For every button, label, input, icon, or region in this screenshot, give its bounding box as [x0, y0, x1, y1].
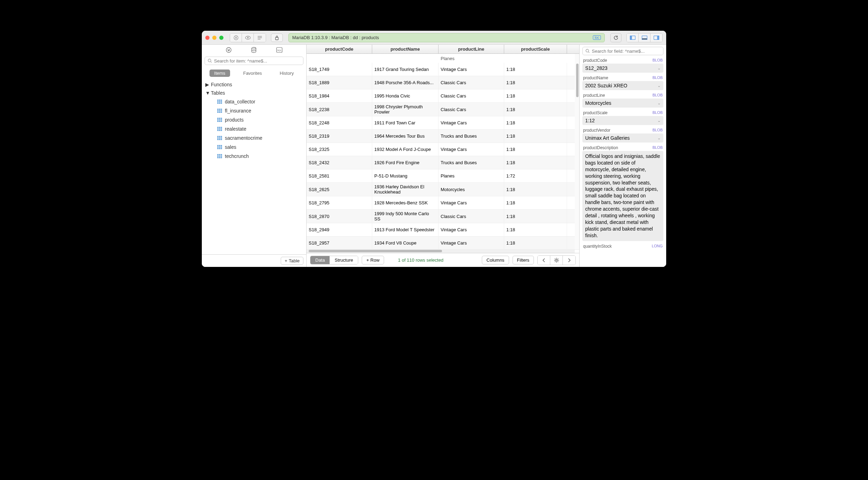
field-productname: productNameBLOB 2002 Suzuki XREO⌄ [582, 75, 663, 90]
table-row[interactable]: S18_24321926 Ford Fire EngineTrucks and … [307, 156, 579, 169]
breadcrumb-text: MariaDB 1:10.3.9 : MariaDB : dd : produc… [292, 35, 379, 40]
table-item-products[interactable]: products [214, 115, 306, 124]
close-window[interactable] [205, 36, 209, 40]
toggle-right-panel[interactable] [650, 34, 662, 42]
field-productdescription-value[interactable]: Official logos and insignias, saddle bag… [582, 151, 663, 241]
svg-point-65 [586, 49, 589, 52]
nav-prev[interactable] [538, 256, 550, 265]
h-scroll-thumb[interactable] [309, 250, 442, 252]
col-header-productcode[interactable]: productCode [307, 45, 372, 53]
table-row[interactable]: S18_26251936 Harley Davidson El Knuckleh… [307, 183, 579, 196]
table-icon [217, 118, 222, 122]
tree-functions[interactable]: ▶ Functions [202, 80, 306, 89]
field-productdescription: productDescriptionBLOB Official logos an… [582, 145, 663, 241]
inspector-search[interactable] [582, 47, 663, 55]
add-table-button[interactable]: + Table [281, 257, 303, 265]
field-productname-value[interactable]: 2002 Suzuki XREO⌄ [582, 81, 663, 90]
plus-icon: + [285, 258, 287, 263]
tab-favorites[interactable]: Favorites [238, 70, 266, 77]
tree-tables[interactable]: ▼ Tables [202, 89, 306, 97]
location-badge: loc [593, 35, 601, 40]
field-productline-value[interactable]: Motorcycles⌄ [582, 99, 663, 108]
sql-icon[interactable]: SQL [276, 47, 282, 53]
svg-point-15 [226, 48, 231, 52]
nav-next[interactable] [563, 256, 575, 265]
table-icon [217, 100, 222, 104]
inspector: productCodeBLOB S12_2823⌄ productNameBLO… [580, 45, 666, 267]
table-row[interactable]: S18_22381998 Chrysler Plymouth ProwlerCl… [307, 103, 579, 116]
field-productcode-value[interactable]: S12_2823⌄ [582, 64, 663, 73]
chevron-down-icon: ⌄ [657, 66, 661, 71]
svg-rect-36 [217, 127, 222, 131]
svg-line-20 [211, 61, 212, 63]
table-row[interactable]: S18_29571934 Ford V8 CoupeVintage Cars1:… [307, 237, 579, 250]
svg-line-63 [558, 259, 558, 259]
panel-toggles [626, 33, 663, 42]
toolbar-group-1 [230, 33, 266, 42]
table-row[interactable]: S18_17491917 Grand Touring SedanVintage … [307, 63, 579, 76]
preview-button[interactable] [242, 34, 254, 42]
plus-icon: + [366, 257, 369, 263]
table-row[interactable]: S18_28701999 Indy 500 Monte Carlo SSClas… [307, 210, 579, 223]
table-item-fl_insurance[interactable]: fl_insurance [214, 106, 306, 115]
table-item-realestate[interactable]: realestate [214, 124, 306, 133]
field-quantityinstock: quantityInStockLONG [582, 243, 663, 249]
svg-rect-46 [217, 145, 222, 149]
partial-top-row: Planes [307, 54, 579, 63]
inspector-body: productCodeBLOB S12_2823⌄ productNameBLO… [580, 57, 666, 267]
columns-button[interactable]: Columns [482, 256, 509, 264]
table-row[interactable]: S18_19841995 Honda CivicClassic Cars1:18 [307, 89, 579, 103]
search-icon [208, 59, 212, 63]
field-productline: productLineBLOB Motorcycles⌄ [582, 92, 663, 108]
sidebar-search-input[interactable] [214, 58, 300, 64]
plug-icon[interactable] [226, 47, 232, 53]
table-row[interactable]: S18_18891948 Porsche 356-A Roads...Class… [307, 76, 579, 89]
col-header-productscale[interactable]: productScale [504, 45, 567, 53]
titlebar: MariaDB 1:10.3.9 : MariaDB : dd : produc… [202, 31, 666, 45]
lock-button[interactable] [271, 34, 283, 42]
v-scroll-thumb[interactable] [576, 64, 579, 97]
col-header-productline[interactable]: productLine [439, 45, 504, 53]
stop-button[interactable] [230, 34, 242, 42]
filters-button[interactable]: Filters [513, 256, 534, 264]
field-productvendor-value[interactable]: Unimax Art Galleries⌄ [582, 133, 663, 143]
toggle-left-panel[interactable] [627, 34, 639, 42]
app-window: MariaDB 1:10.3.9 : MariaDB : dd : produc… [202, 31, 666, 267]
table-item-techcrunch[interactable]: techcrunch [214, 152, 306, 161]
table-row[interactable]: S18_29491913 Ford Model T SpeedsterVinta… [307, 223, 579, 237]
tab-history[interactable]: History [275, 70, 299, 77]
table-item-data_collector[interactable]: data_collector [214, 97, 306, 106]
minimize-window[interactable] [212, 36, 216, 40]
svg-rect-12 [642, 38, 647, 39]
table-icon [217, 136, 222, 140]
table-row[interactable]: S18_27951928 Mercedes-Benz SSKVintage Ca… [307, 196, 579, 210]
table-row[interactable]: S18_2581P-51-D MustangPlanes1:72 [307, 169, 579, 183]
toggle-bottom-panel[interactable] [639, 34, 650, 42]
tree-functions-label: Functions [211, 82, 232, 87]
sidebar-search[interactable] [205, 57, 303, 65]
vertical-scrollbar[interactable] [575, 54, 579, 249]
inspector-search-input[interactable] [592, 49, 660, 54]
zoom-window[interactable] [219, 36, 223, 40]
format-button[interactable] [254, 34, 266, 42]
tab-items[interactable]: Items [209, 70, 230, 77]
table-item-sales[interactable]: sales [214, 143, 306, 152]
col-header-productname[interactable]: productName [372, 45, 439, 53]
refresh-button[interactable] [610, 33, 621, 42]
horizontal-scrollbar[interactable] [307, 249, 575, 253]
field-productscale-value[interactable]: 1:12⌄ [582, 116, 663, 125]
sidebar-tree: ▶ Functions ▼ Tables data_collectorfl_in… [202, 78, 306, 254]
table-item-sacramentocrime[interactable]: sacramentocrime [214, 133, 306, 143]
table-row[interactable]: S18_22481911 Ford Town CarVintage Cars1:… [307, 116, 579, 130]
add-row-button[interactable]: + Row [362, 256, 384, 264]
breadcrumb-bar[interactable]: MariaDB 1:10.3.9 : MariaDB : dd : produc… [288, 33, 605, 42]
database-icon[interactable] [251, 47, 257, 53]
table-row[interactable]: S18_23251932 Model A Ford J-CoupeVintage… [307, 143, 579, 156]
main-footer: Data Structure + Row 1 of 110 rows selec… [307, 253, 579, 267]
table-row[interactable]: S18_23191964 Mercedes Tour BusTrucks and… [307, 130, 579, 143]
svg-rect-21 [217, 100, 222, 104]
nav-settings[interactable] [550, 256, 563, 265]
view-data[interactable]: Data [310, 256, 330, 264]
view-structure[interactable]: Structure [330, 256, 358, 264]
svg-rect-10 [630, 36, 632, 39]
